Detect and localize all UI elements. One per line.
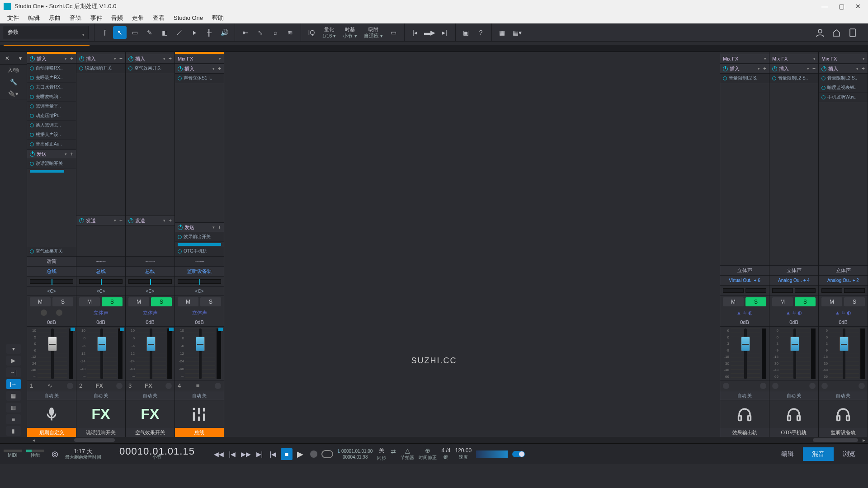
page-icon[interactable] — [848, 28, 857, 37]
r3-solo-button[interactable]: S — [844, 297, 865, 306]
ch1-db-value[interactable]: 0dB — [27, 318, 76, 327]
offset-button[interactable]: ⊕时间修正 — [419, 447, 437, 461]
r1-automation[interactable]: 自动 关 — [720, 391, 769, 400]
ch1-automation[interactable]: 自动 关 — [27, 391, 76, 400]
perf-meter[interactable]: 性能 — [26, 450, 44, 458]
quantize-dropdown[interactable]: 量化1/16 ▾ — [320, 26, 339, 39]
ch4-db-value[interactable]: 0dB — [175, 318, 224, 327]
ch4-fader[interactable] — [185, 328, 215, 379]
timebase-dropdown[interactable]: 时基小节 ▾ — [340, 26, 359, 39]
ch1-name[interactable]: 后期自定义 — [27, 428, 76, 437]
snap-icon[interactable]: ▭ — [387, 26, 401, 39]
range-tool-icon[interactable]: ▭ — [128, 26, 142, 39]
menu-help[interactable]: 帮助 — [208, 13, 228, 23]
ch2-db-value[interactable]: 0dB — [76, 318, 125, 327]
ch1-insert-item[interactable]: 音高修正Au.. — [27, 140, 76, 149]
ch4-output[interactable]: 监听设备轨 — [175, 266, 224, 276]
meter-icon[interactable]: ▮ — [6, 426, 21, 436]
rtz-button[interactable]: |◀ — [267, 448, 279, 460]
nav-play-icon[interactable]: ▬▶ — [423, 26, 437, 39]
r1-fader[interactable] — [731, 328, 760, 379]
r1-b-icon[interactable] — [760, 383, 766, 389]
ch2-clip-led[interactable] — [120, 328, 124, 331]
split-tool-icon[interactable]: ╫ — [203, 26, 216, 39]
r3-a-icon[interactable] — [821, 383, 828, 389]
eq-icon[interactable]: ≡ — [6, 414, 21, 424]
snap-dropdown[interactable]: 吸附自适应 ▾ — [361, 26, 386, 39]
ch1-output[interactable]: 总线 — [27, 266, 76, 276]
minimize-icon[interactable]: — — [821, 3, 828, 10]
nav-start-icon[interactable]: |◂ — [408, 26, 422, 39]
help-icon[interactable]: ? — [474, 26, 488, 39]
r1-mono-icon[interactable]: ◐ — [748, 310, 753, 316]
r3-pan-r[interactable] — [844, 288, 865, 293]
grid-small-icon[interactable]: ▦ — [6, 391, 21, 401]
ch4-mixfx-header[interactable]: Mix FX▾ — [175, 54, 224, 64]
ch3-solo-button[interactable]: S — [151, 297, 172, 306]
ch1-insert-item[interactable]: 动态压缩Pr.. — [27, 111, 76, 121]
snap-toggle-icon[interactable]: ⤡ — [254, 26, 267, 39]
ch4-mute-button[interactable]: M — [178, 297, 198, 306]
menu-song[interactable]: 乐曲 — [44, 13, 65, 23]
ch1-input[interactable]: 话筒 — [27, 256, 76, 266]
timesig-display[interactable]: 4 /4键 — [441, 447, 450, 460]
io-label[interactable]: 入/输 — [8, 67, 19, 74]
menu-audio[interactable]: 音频 — [107, 13, 127, 23]
collapse-down-icon[interactable]: ▾ — [6, 344, 21, 354]
play-small-icon[interactable]: ▶ — [6, 356, 21, 366]
ch1-mute-button[interactable]: M — [30, 297, 51, 306]
r1-insert-item[interactable]: 音量限制L2 S.. — [720, 74, 769, 83]
r3-insert-item[interactable]: 音量限制L2 S.. — [819, 74, 868, 83]
ch3-send-header[interactable]: 发送▾+ — [126, 216, 175, 225]
ch2-send-header[interactable]: 发送▾+ — [76, 216, 125, 225]
ch2-solo-button[interactable]: S — [102, 297, 123, 306]
input-icon[interactable]: →| — [6, 367, 21, 377]
r1-cue-icon[interactable]: ▲ — [736, 310, 741, 315]
ch1-fader[interactable] — [38, 328, 67, 379]
ch3-insert-header[interactable]: 插入▾+ — [126, 54, 175, 64]
ch4-send-item[interactable]: 效果输出开关 — [175, 232, 224, 242]
menu-file[interactable]: 文件 — [3, 13, 24, 23]
ch1-send-extra[interactable]: 空气效果开关 — [27, 247, 76, 256]
ch1-insert-item[interactable]: 换人需调去.. — [27, 121, 76, 130]
r1-output[interactable]: Virtual Out.. + 6 — [720, 275, 769, 285]
ch3-name[interactable]: 空气效果开关 — [126, 428, 175, 437]
nav-end-icon[interactable]: ▸| — [438, 26, 452, 39]
r3-output[interactable]: Analog Ou.. + 2 — [819, 275, 868, 285]
maximize-icon[interactable]: ▢ — [839, 3, 844, 10]
ch3-output[interactable]: 总线 — [126, 266, 175, 276]
listen-tool-icon[interactable]: 🔊 — [217, 26, 231, 39]
next-button[interactable]: ▶| — [254, 448, 265, 460]
r1-db-value[interactable]: 0dB — [720, 318, 769, 327]
r3-insert-item[interactable]: 手机监听Wav.. — [819, 93, 868, 102]
r3-mute-button[interactable]: M — [821, 297, 842, 306]
r3-insert-header[interactable]: 插入▾+ — [819, 64, 868, 74]
arrow-tool-icon[interactable]: ↖ — [113, 26, 127, 39]
ch4-send-header[interactable]: 发送▾+ — [175, 222, 224, 232]
loop-button[interactable] — [321, 448, 333, 460]
ch3-opts-icon[interactable] — [165, 383, 172, 389]
r2-name[interactable]: OTG手机轨 — [769, 428, 818, 437]
ch4-insert-header[interactable]: 插入▾+ — [175, 64, 224, 74]
ch1-monitor-icon[interactable] — [56, 310, 62, 316]
r2-solo-button[interactable]: S — [795, 297, 816, 306]
stop-button[interactable]: ■ — [281, 448, 292, 460]
r3-db-value[interactable]: 0dB — [819, 318, 868, 327]
menu-view[interactable]: 查看 — [148, 13, 169, 23]
r1-mute-button[interactable]: M — [723, 297, 744, 306]
ch4-send-level[interactable] — [178, 243, 221, 246]
menu-track[interactable]: 音轨 — [65, 13, 86, 23]
play-button[interactable]: ▶ — [294, 448, 306, 460]
ch2-name[interactable]: 说话混响开关 — [76, 428, 125, 437]
r2-stereo-label[interactable]: 立体声 — [769, 265, 818, 275]
prev-button[interactable]: |◀ — [226, 448, 238, 460]
r2-mono-icon[interactable]: ◐ — [797, 310, 802, 316]
grid-icon[interactable]: ▦▾ — [510, 26, 524, 39]
r3-insert-item[interactable]: 响度监视表W.. — [819, 83, 868, 93]
ch4-stereo-label[interactable]: 立体声 — [175, 308, 224, 318]
r1-pan-l[interactable] — [723, 288, 744, 293]
r2-fader[interactable] — [780, 328, 810, 379]
precount-icon[interactable]: ⊚ — [49, 448, 61, 460]
ch2-mute-button[interactable]: M — [79, 297, 100, 306]
r2-automation[interactable]: 自动 关 — [769, 391, 818, 400]
